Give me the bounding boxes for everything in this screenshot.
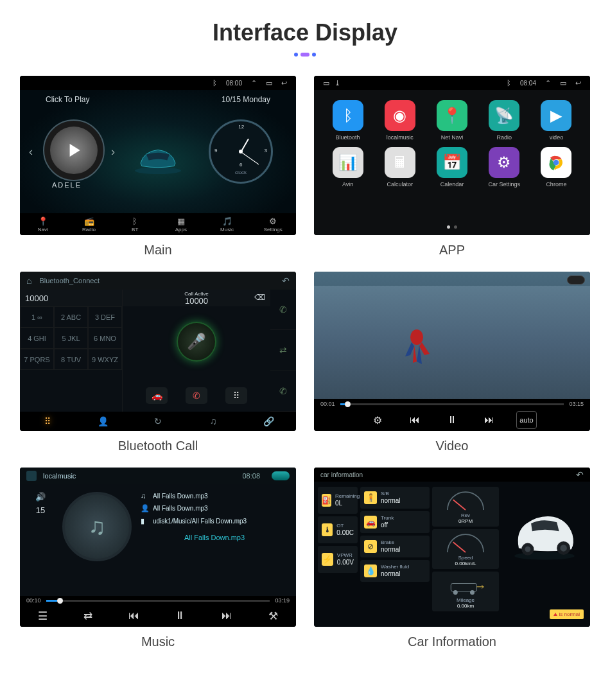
car-info-title: car information <box>320 471 363 478</box>
eq-button[interactable]: ⚒ <box>268 609 278 623</box>
app-net navi[interactable]: 📍Net Navi <box>427 100 476 141</box>
nav-radio[interactable]: 📻Radio <box>66 213 112 235</box>
dialpad: 10000 1 ∞2 ABC3 DEF4 GHI5 JKL6 MNO7 PQRS… <box>20 290 123 412</box>
music-seek[interactable] <box>46 600 270 602</box>
nav-music[interactable]: 🎵Music <box>204 213 250 235</box>
svg-point-13 <box>525 547 531 552</box>
prev-button[interactable]: ⏮ <box>405 411 425 429</box>
dialpad-tab[interactable]: ⠿ <box>20 412 75 431</box>
mic-button[interactable]: 🎤 <box>177 322 216 362</box>
music-tab[interactable]: ♫ <box>186 412 241 431</box>
nav-navi[interactable]: 📍Navi <box>20 213 66 235</box>
recents-icon[interactable]: ▭ <box>560 79 566 87</box>
play-hint: Click To Play <box>46 95 89 104</box>
app-avin[interactable]: 📊Avin <box>323 147 372 188</box>
pair-tab[interactable]: 🔗 <box>241 412 296 431</box>
back-icon[interactable]: ↩ <box>575 79 581 87</box>
date-label: 10/15 Monday <box>222 95 270 104</box>
dial-key[interactable]: 9 WXYZ <box>88 349 122 370</box>
list-item[interactable]: ♫All Falls Down.mp3 <box>141 492 288 500</box>
prev-button[interactable]: ‹ <box>29 145 33 159</box>
transfer-button[interactable]: ⇄ <box>270 330 296 371</box>
dial-key[interactable]: 5 JKL <box>54 328 88 349</box>
app-chrome[interactable]: Chrome <box>532 147 581 188</box>
dial-key[interactable]: 1 ∞ <box>20 306 54 328</box>
nav-settings[interactable]: ⚙Settings <box>250 213 296 235</box>
gauge-speed: Speed0.00km/L <box>432 529 499 569</box>
folder-icon: ▮ <box>141 517 148 525</box>
svg-point-8 <box>453 590 458 595</box>
app-screen: ▭⤓ ᛒ 08:04 ⌃ ▭ ↩ ᛒBluetooth◉localmusic📍N… <box>314 76 590 235</box>
car-audio-button[interactable]: 🚗 <box>146 387 168 404</box>
app-grid: ᛒBluetooth◉localmusic📍Net Navi📡Radio▶vid… <box>323 100 581 188</box>
nav-apps[interactable]: ▦Apps <box>158 213 204 235</box>
stat-vpwr: ⚡VPWR0.00V <box>318 546 358 573</box>
stat-trunk: 🚗Trunkoff <box>360 511 430 533</box>
dial-key[interactable]: 2 ABC <box>54 306 88 328</box>
back-pill[interactable] <box>272 471 290 480</box>
pause-button[interactable]: ⏸ <box>175 609 186 622</box>
stat-remaining: ⛽Remaining0L <box>318 487 358 514</box>
nav-bt[interactable]: ᛒBT <box>112 213 158 235</box>
volume-icon[interactable]: 🔊 <box>35 492 46 502</box>
eq-button[interactable]: ⚙ <box>367 411 388 429</box>
clock-widget[interactable]: clock 12 3 6 9 <box>209 119 273 184</box>
hangup-button[interactable]: ✆ <box>186 387 207 404</box>
app-bluetooth[interactable]: ᛒBluetooth <box>323 100 372 141</box>
svg-line-6 <box>453 542 466 552</box>
next-button[interactable]: ⏭ <box>479 411 500 429</box>
recents-icon[interactable]: ▭ <box>266 79 272 87</box>
bt-title: Bluetooth_Connect <box>39 277 100 284</box>
recents-tab[interactable]: ↻ <box>130 412 186 431</box>
pause-button[interactable]: ⏸ <box>442 411 462 429</box>
answer-button[interactable]: ✆ <box>270 290 296 330</box>
page-dots[interactable] <box>447 225 457 229</box>
bluetooth-icon: ᛒ <box>213 79 217 87</box>
playlist-button[interactable]: ☰ <box>38 609 48 623</box>
app-calendar[interactable]: 📅Calendar <box>427 147 476 188</box>
album-widget[interactable] <box>43 119 105 181</box>
home-icon[interactable]: ⌂ <box>26 276 31 286</box>
volume-icon[interactable]: ⌃ <box>251 79 257 87</box>
back-icon[interactable]: ↶ <box>576 469 584 480</box>
dial-key[interactable]: 4 GHI <box>20 328 54 349</box>
dial-key[interactable]: 8 TUV <box>54 349 88 370</box>
svg-point-9 <box>470 590 475 595</box>
screen-label: Main <box>144 235 171 264</box>
app-localmusic[interactable]: ◉localmusic <box>375 100 424 141</box>
list-item[interactable]: 👤All Falls Down.mp3 <box>141 504 288 512</box>
svg-rect-7 <box>451 584 476 591</box>
auto-button[interactable]: auto <box>516 411 537 429</box>
volume-value: 15 <box>36 505 45 515</box>
delete-icon[interactable]: ⌫ <box>254 293 265 302</box>
video-viewport[interactable] <box>314 272 590 399</box>
next-button[interactable]: › <box>111 145 115 159</box>
video-seek[interactable] <box>340 403 564 405</box>
contacts-tab[interactable]: 👤 <box>75 412 130 431</box>
screen-label: APP <box>439 235 465 264</box>
app-video[interactable]: ▶video <box>532 100 581 141</box>
prev-button[interactable]: ⏮ <box>128 609 139 622</box>
svg-line-5 <box>453 500 466 510</box>
dial-key[interactable]: 3 DEF <box>88 306 122 328</box>
bluetooth-icon: ᛒ <box>507 79 511 87</box>
dial-key[interactable]: 6 MNO <box>88 328 122 349</box>
track-list: ♫All Falls Down.mp3 👤All Falls Down.mp3 … <box>141 492 288 588</box>
app-icon <box>26 471 37 481</box>
album-art[interactable]: ♫ <box>62 492 132 561</box>
app-radio[interactable]: 📡Radio <box>480 100 529 141</box>
app-car settings[interactable]: ⚙Car Settings <box>480 147 529 188</box>
volume-icon[interactable]: ⌃ <box>545 79 551 87</box>
app-calculator[interactable]: 🖩Calculator <box>375 147 424 188</box>
screen-label: Video <box>436 431 469 460</box>
list-item[interactable]: ▮udisk1/Music/All Falls Down.mp3 <box>141 517 288 525</box>
keypad-button[interactable]: ⠿ <box>225 387 247 404</box>
back-icon[interactable]: ↩ <box>281 79 287 87</box>
dial-key[interactable]: 7 PQRS <box>20 349 54 370</box>
hold-button[interactable]: ✆ <box>270 371 296 412</box>
shuffle-button[interactable]: ⇄ <box>83 609 92 623</box>
next-button[interactable]: ⏭ <box>222 609 232 622</box>
back-pill[interactable] <box>567 276 585 284</box>
stat-washer fluid: 💧Washer fluidnormal <box>360 560 430 582</box>
back-icon[interactable]: ↶ <box>282 276 290 286</box>
